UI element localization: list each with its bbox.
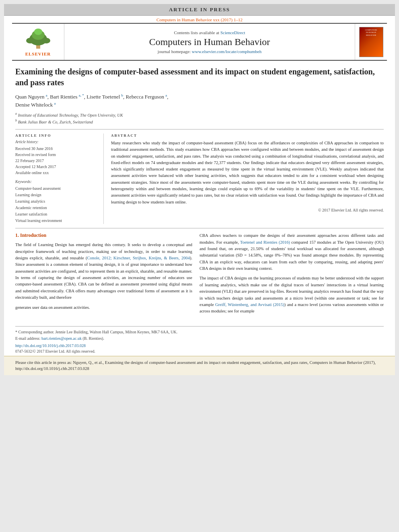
- banner-text: ARTICLE IN PRESS: [169, 6, 230, 12]
- keyword-3: Learning analytics: [15, 198, 98, 205]
- article-info-abstract-section: ARTICLE INFO Article history: Received 3…: [15, 129, 384, 224]
- elsevier-tree-icon: [22, 28, 54, 50]
- email-link[interactable]: bart.rienties@open.ac.uk: [41, 336, 82, 341]
- footnotes: * Corresponding author. Jennie Lee Build…: [15, 326, 384, 342]
- history-revised-label: Received in revised form: [15, 152, 98, 158]
- journal-title: Computers in Human Behavior: [149, 37, 270, 47]
- abstract-copyright: © 2017 Elsevier Ltd. All rights reserved…: [111, 208, 384, 212]
- affiliations: a Institute of Educational Technology, T…: [15, 111, 384, 125]
- elsevier-label: ELSEVIER: [25, 51, 51, 56]
- conole-link[interactable]: Conole, 2012; Kirschner, Strijbos, Kreij…: [87, 256, 190, 260]
- history-received: Received 30 June 2016: [15, 146, 98, 152]
- article-title: Examining the designs of computer-based …: [15, 66, 384, 88]
- doi-link[interactable]: http://dx.doi.org/10.1016/j.chb.2017.03.…: [15, 343, 86, 348]
- keyword-6: Virtual learning environment: [15, 218, 98, 224]
- authors-line: Quan Nguyen a, Bart Rienties a, *, Liset…: [15, 93, 384, 109]
- journal-cover-area: COMPUTERSIN HUMANBEHAVIOR: [355, 24, 387, 60]
- history-accepted: Accepted 12 March 2017: [15, 164, 98, 170]
- journal-header: Computers in Human Behavior xxx (2017) 1…: [4, 16, 395, 61]
- journal-top-bar: ELSEVIER Contents lists available at Sci…: [12, 23, 387, 61]
- svg-point-5: [42, 38, 50, 43]
- homepage-link[interactable]: www.elsevier.com/locate/comphumbeh: [192, 49, 261, 54]
- keyword-1: Computer-based assessment: [15, 185, 98, 192]
- footnote-corresponding: * Corresponding author. Jennie Lee Build…: [15, 329, 384, 335]
- keywords-label: Keywords:: [15, 180, 98, 184]
- keyword-2: Learning design: [15, 192, 98, 198]
- section-title: 1. Introduction: [15, 232, 192, 238]
- svg-point-4: [26, 38, 34, 43]
- contents-line: Contents lists available at ScienceDirec…: [174, 30, 245, 35]
- page: ARTICLE IN PRESS Computers in Human Beha…: [4, 4, 395, 375]
- journal-meta-line: Computers in Human Behavior xxx (2017) 1…: [12, 17, 387, 22]
- journal-cover-image: COMPUTERSIN HUMANBEHAVIOR: [359, 27, 383, 57]
- history-revised-date: 22 February 2017: [15, 158, 98, 164]
- main-content: Examining the designs of computer-based …: [4, 61, 395, 322]
- elsevier-logo-area: ELSEVIER: [12, 24, 64, 60]
- abstract-column: ABSTRACT Many researchers who study the …: [111, 134, 384, 224]
- homepage-line: journal homepage: www.elsevier.com/locat…: [158, 49, 261, 54]
- sciencedirect-link[interactable]: ScienceDirect: [220, 30, 245, 35]
- doi-line: http://dx.doi.org/10.1016/j.chb.2017.03.…: [15, 343, 384, 348]
- toetenel-link[interactable]: Toetenel and Rienties (2016): [240, 240, 290, 244]
- abstract-text: Many researchers who study the impact of…: [111, 140, 384, 205]
- footnote-email: E-mail address: bart.rienties@open.ac.uk…: [15, 335, 384, 342]
- keyword-4: Academic retention: [15, 205, 98, 211]
- intro-para-1: The field of Learning Design has emerged…: [15, 242, 192, 301]
- journal-center: Contents lists available at ScienceDirec…: [64, 24, 355, 60]
- intro-para-cba: CBA allows teachers to compare the desig…: [200, 232, 384, 272]
- history-online: Available online xxx: [15, 170, 98, 176]
- copyright-footer: 0747-5632/© 2017 Elsevier Ltd. All right…: [15, 349, 384, 353]
- intro-para-generates: generates user data on assessment activi…: [15, 304, 192, 311]
- article-info-heading: ARTICLE INFO: [15, 134, 98, 138]
- svg-point-3: [34, 29, 42, 35]
- citation-bar: Please cite this article in press as: Ng…: [4, 356, 395, 376]
- introduction-section: 1. Introduction The field of Learning De…: [15, 228, 384, 318]
- intro-para-impact: The impact of CBA designs on the learnin…: [200, 275, 384, 314]
- greiff-link[interactable]: Greiff, Wüstenberg, and Avvisati (2015): [215, 302, 284, 307]
- keyword-5: Learner satisfaction: [15, 211, 98, 218]
- intro-left-col: 1. Introduction The field of Learning De…: [15, 232, 192, 318]
- history-label: Article history:: [15, 140, 98, 144]
- aip-banner: ARTICLE IN PRESS: [4, 4, 395, 16]
- abstract-heading: ABSTRACT: [111, 134, 384, 138]
- intro-right-col: CBA allows teachers to compare the desig…: [200, 232, 384, 318]
- article-info-column: ARTICLE INFO Article history: Received 3…: [15, 134, 104, 224]
